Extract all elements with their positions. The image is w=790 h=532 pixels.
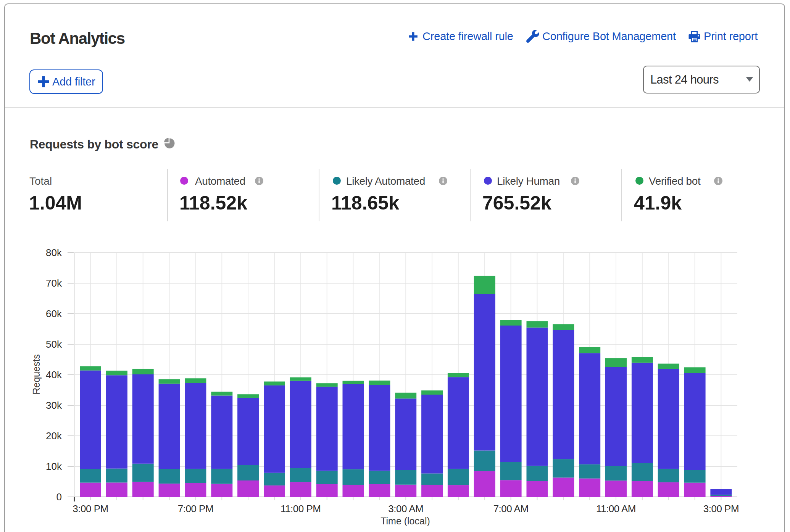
svg-text:40k: 40k	[46, 369, 62, 380]
svg-text:Requests: Requests	[31, 354, 42, 395]
svg-text:10k: 10k	[46, 461, 62, 472]
svg-text:7:00 AM: 7:00 AM	[493, 503, 529, 514]
svg-text:3:00 PM: 3:00 PM	[73, 503, 108, 514]
svg-text:Time (local): Time (local)	[380, 516, 430, 526]
svg-text:3:00 AM: 3:00 AM	[388, 503, 423, 514]
svg-text:70k: 70k	[46, 277, 62, 289]
svg-text:20k: 20k	[46, 430, 62, 442]
svg-text:60k: 60k	[46, 308, 62, 319]
svg-text:0: 0	[56, 491, 62, 503]
svg-text:11:00 PM: 11:00 PM	[281, 503, 321, 514]
svg-text:11:00 AM: 11:00 AM	[596, 503, 636, 514]
svg-text:7:00 PM: 7:00 PM	[178, 503, 213, 514]
svg-text:30k: 30k	[46, 400, 62, 411]
svg-text:80k: 80k	[46, 247, 62, 258]
svg-text:50k: 50k	[46, 339, 62, 350]
svg-text:3:00 PM: 3:00 PM	[703, 503, 739, 514]
